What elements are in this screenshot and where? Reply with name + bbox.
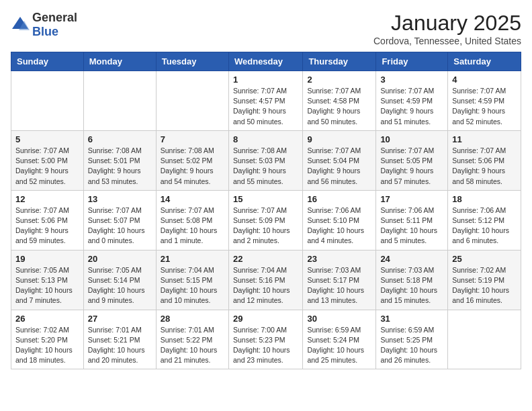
calendar-cell [448,310,521,369]
day-info: Sunrise: 7:03 AM Sunset: 5:17 PM Dayligh… [307,265,371,306]
day-info: Sunrise: 7:05 AM Sunset: 5:13 PM Dayligh… [15,265,79,306]
calendar-cell: 6Sunrise: 7:08 AM Sunset: 5:01 PM Daylig… [83,130,156,190]
calendar-cell: 19Sunrise: 7:05 AM Sunset: 5:13 PM Dayli… [11,250,84,310]
day-number: 11 [452,134,517,144]
calendar-cell: 22Sunrise: 7:04 AM Sunset: 5:16 PM Dayli… [228,250,302,310]
day-info: Sunrise: 7:00 AM Sunset: 5:23 PM Dayligh… [233,325,298,366]
day-info: Sunrise: 7:04 AM Sunset: 5:16 PM Dayligh… [233,265,298,306]
calendar-cell: 16Sunrise: 7:06 AM Sunset: 5:10 PM Dayli… [303,190,376,250]
day-info: Sunrise: 7:01 AM Sunset: 5:22 PM Dayligh… [161,325,224,366]
calendar-cell: 8Sunrise: 7:08 AM Sunset: 5:03 PM Daylig… [228,130,302,190]
weekday-header-cell: Monday [83,52,156,71]
calendar-cell: 14Sunrise: 7:07 AM Sunset: 5:08 PM Dayli… [156,190,228,250]
day-info: Sunrise: 7:07 AM Sunset: 4:57 PM Dayligh… [233,86,298,127]
day-number: 20 [88,254,152,264]
day-info: Sunrise: 7:06 AM Sunset: 5:11 PM Dayligh… [380,205,443,246]
day-number: 12 [15,194,79,204]
day-info: Sunrise: 7:02 AM Sunset: 5:19 PM Dayligh… [452,265,517,306]
calendar-cell: 23Sunrise: 7:03 AM Sunset: 5:17 PM Dayli… [303,250,376,310]
day-number: 16 [307,194,371,204]
calendar-cell: 30Sunrise: 6:59 AM Sunset: 5:24 PM Dayli… [303,310,376,369]
day-number: 26 [15,314,79,324]
calendar-week-row: 5Sunrise: 7:07 AM Sunset: 5:00 PM Daylig… [11,130,521,190]
calendar-cell: 12Sunrise: 7:07 AM Sunset: 5:06 PM Dayli… [11,190,84,250]
day-number: 7 [161,134,224,144]
day-number: 18 [452,194,517,204]
day-number: 8 [233,134,298,144]
calendar-cell: 5Sunrise: 7:07 AM Sunset: 5:00 PM Daylig… [11,130,84,190]
calendar-table: SundayMondayTuesdayWednesdayThursdayFrid… [11,52,521,369]
calendar-cell: 3Sunrise: 7:07 AM Sunset: 4:59 PM Daylig… [376,71,448,131]
day-number: 30 [307,314,371,324]
calendar-cell: 9Sunrise: 7:07 AM Sunset: 5:04 PM Daylig… [303,130,376,190]
calendar-body: 1Sunrise: 7:07 AM Sunset: 4:57 PM Daylig… [11,71,521,369]
day-info: Sunrise: 7:07 AM Sunset: 5:05 PM Dayligh… [380,146,443,187]
day-number: 6 [88,134,152,144]
day-number: 23 [307,254,371,264]
day-info: Sunrise: 7:08 AM Sunset: 5:01 PM Dayligh… [88,146,152,187]
day-number: 28 [161,314,224,324]
day-number: 1 [233,75,298,85]
day-info: Sunrise: 6:59 AM Sunset: 5:25 PM Dayligh… [380,325,443,366]
calendar-cell: 27Sunrise: 7:01 AM Sunset: 5:21 PM Dayli… [83,310,156,369]
calendar-cell: 11Sunrise: 7:07 AM Sunset: 5:06 PM Dayli… [448,130,521,190]
weekday-header-cell: Wednesday [228,52,302,71]
calendar-cell [11,71,84,131]
calendar-cell: 20Sunrise: 7:05 AM Sunset: 5:14 PM Dayli… [83,250,156,310]
calendar-cell: 29Sunrise: 7:00 AM Sunset: 5:23 PM Dayli… [228,310,302,369]
weekday-header-cell: Thursday [303,52,376,71]
day-info: Sunrise: 7:07 AM Sunset: 5:09 PM Dayligh… [233,205,298,246]
day-info: Sunrise: 7:07 AM Sunset: 5:07 PM Dayligh… [88,205,152,246]
calendar-week-row: 19Sunrise: 7:05 AM Sunset: 5:13 PM Dayli… [11,250,521,310]
day-info: Sunrise: 7:06 AM Sunset: 5:12 PM Dayligh… [452,205,517,246]
day-number: 13 [88,194,152,204]
calendar-week-row: 12Sunrise: 7:07 AM Sunset: 5:06 PM Dayli… [11,190,521,250]
calendar-cell: 1Sunrise: 7:07 AM Sunset: 4:57 PM Daylig… [228,71,302,131]
calendar-cell: 25Sunrise: 7:02 AM Sunset: 5:19 PM Dayli… [448,250,521,310]
day-info: Sunrise: 7:08 AM Sunset: 5:03 PM Dayligh… [233,146,298,187]
day-number: 31 [380,314,443,324]
weekday-header-cell: Saturday [448,52,521,71]
day-number: 14 [161,194,224,204]
logo-icon [11,15,30,34]
day-number: 17 [380,194,443,204]
calendar-cell: 10Sunrise: 7:07 AM Sunset: 5:05 PM Dayli… [376,130,448,190]
day-info: Sunrise: 7:01 AM Sunset: 5:21 PM Dayligh… [88,325,152,366]
calendar-title: January 2025 [373,11,521,36]
weekday-header-cell: Friday [376,52,448,71]
title-block: January 2025 Cordova, Tennessee, United … [373,11,521,46]
day-info: Sunrise: 7:07 AM Sunset: 5:06 PM Dayligh… [452,146,517,187]
day-info: Sunrise: 7:07 AM Sunset: 4:58 PM Dayligh… [307,86,371,127]
calendar-cell: 13Sunrise: 7:07 AM Sunset: 5:07 PM Dayli… [83,190,156,250]
day-number: 15 [233,194,298,204]
day-info: Sunrise: 7:07 AM Sunset: 4:59 PM Dayligh… [380,86,443,127]
calendar-cell: 24Sunrise: 7:03 AM Sunset: 5:18 PM Dayli… [376,250,448,310]
calendar-cell [83,71,156,131]
day-number: 4 [452,75,517,85]
calendar-subtitle: Cordova, Tennessee, United States [373,36,521,46]
calendar-cell: 4Sunrise: 7:07 AM Sunset: 4:59 PM Daylig… [448,71,521,131]
day-number: 22 [233,254,298,264]
day-number: 24 [380,254,443,264]
calendar-cell [156,71,228,131]
calendar-cell: 31Sunrise: 6:59 AM Sunset: 5:25 PM Dayli… [376,310,448,369]
calendar-cell: 2Sunrise: 7:07 AM Sunset: 4:58 PM Daylig… [303,71,376,131]
weekday-header-cell: Sunday [11,52,84,71]
logo: General Blue [11,11,77,39]
weekday-header-row: SundayMondayTuesdayWednesdayThursdayFrid… [11,52,521,71]
calendar-cell: 21Sunrise: 7:04 AM Sunset: 5:15 PM Dayli… [156,250,228,310]
calendar-cell: 18Sunrise: 7:06 AM Sunset: 5:12 PM Dayli… [448,190,521,250]
logo-blue: Blue [32,25,58,38]
day-info: Sunrise: 6:59 AM Sunset: 5:24 PM Dayligh… [307,325,371,366]
day-number: 3 [380,75,443,85]
day-number: 9 [307,134,371,144]
calendar-cell: 28Sunrise: 7:01 AM Sunset: 5:22 PM Dayli… [156,310,228,369]
calendar-week-row: 1Sunrise: 7:07 AM Sunset: 4:57 PM Daylig… [11,71,521,131]
logo-general: General [32,11,77,24]
weekday-header-cell: Tuesday [156,52,228,71]
day-info: Sunrise: 7:07 AM Sunset: 5:08 PM Dayligh… [161,205,224,246]
day-info: Sunrise: 7:05 AM Sunset: 5:14 PM Dayligh… [88,265,152,306]
day-info: Sunrise: 7:03 AM Sunset: 5:18 PM Dayligh… [380,265,443,306]
calendar-cell: 7Sunrise: 7:08 AM Sunset: 5:02 PM Daylig… [156,130,228,190]
day-info: Sunrise: 7:07 AM Sunset: 5:06 PM Dayligh… [15,205,79,246]
